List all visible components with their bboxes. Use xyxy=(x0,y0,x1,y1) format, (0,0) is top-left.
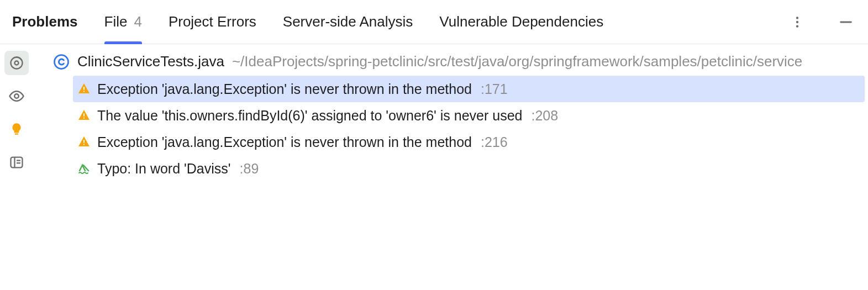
problem-row[interactable]: Exception 'java.lang.Exception' is never… xyxy=(73,76,865,102)
warning-icon xyxy=(77,82,91,96)
tab-server-side-label: Server-side Analysis xyxy=(283,13,413,30)
more-vert-icon xyxy=(790,15,804,29)
problems-sidebar xyxy=(0,44,33,290)
more-options-button[interactable] xyxy=(786,11,808,33)
tab-project-errors[interactable]: Project Errors xyxy=(169,0,256,44)
tab-file-label: File xyxy=(104,13,128,30)
tab-vulnerable-label: Vulnerable Dependencies xyxy=(439,13,603,30)
svg-point-6 xyxy=(14,94,19,98)
sidebar-details-button[interactable] xyxy=(4,150,29,175)
sidebar-preview-button[interactable] xyxy=(4,84,29,108)
problem-line: :89 xyxy=(240,161,259,177)
sidebar-target-button[interactable] xyxy=(4,51,29,75)
problem-message: Exception 'java.lang.Exception' is never… xyxy=(97,81,472,97)
tab-vulnerable-dependencies[interactable]: Vulnerable Dependencies xyxy=(439,0,603,44)
tab-problems-label: Problems xyxy=(12,13,78,30)
svg-rect-7 xyxy=(15,134,19,135)
tab-project-errors-label: Project Errors xyxy=(169,13,256,30)
problem-line: :216 xyxy=(481,134,508,150)
typo-icon xyxy=(77,162,91,175)
lightbulb-icon xyxy=(9,122,24,136)
problem-line: :171 xyxy=(481,81,508,97)
panel-icon xyxy=(9,155,24,170)
minimize-icon xyxy=(838,14,854,30)
svg-point-12 xyxy=(55,55,69,68)
problem-message: The value 'this.owners.findById(6)' assi… xyxy=(97,108,523,124)
problem-message: Exception 'java.lang.Exception' is never… xyxy=(97,134,472,150)
tab-file[interactable]: File 4 xyxy=(104,0,142,44)
file-path: ~/IdeaProjects/spring-petclinic/src/test… xyxy=(232,53,802,70)
sidebar-intentions-button[interactable] xyxy=(4,117,29,141)
svg-point-2 xyxy=(796,25,798,27)
problem-message: Typo: In word 'Daviss' xyxy=(97,161,231,177)
tab-problems[interactable]: Problems xyxy=(12,0,78,44)
target-icon xyxy=(9,55,24,71)
file-name: ClinicServiceTests.java xyxy=(77,53,224,70)
svg-point-0 xyxy=(796,17,798,19)
tab-bar: Problems File 4 Project Errors Server-si… xyxy=(0,0,868,44)
problem-row[interactable]: Typo: In word 'Daviss':89 xyxy=(73,155,865,182)
tab-file-count: 4 xyxy=(134,13,141,30)
problem-row[interactable]: The value 'this.owners.findById(6)' assi… xyxy=(73,102,865,129)
warning-icon xyxy=(77,135,91,149)
eye-icon xyxy=(8,88,25,104)
svg-point-1 xyxy=(796,20,798,23)
minimize-button[interactable] xyxy=(835,11,857,33)
problem-row[interactable]: Exception 'java.lang.Exception' is never… xyxy=(73,129,865,155)
svg-point-5 xyxy=(15,61,19,65)
warning-icon xyxy=(77,109,91,122)
problems-list: Exception 'java.lang.Exception' is never… xyxy=(33,72,865,182)
problem-line: :208 xyxy=(532,108,559,124)
file-header[interactable]: ClinicServiceTests.java ~/IdeaProjects/s… xyxy=(33,51,865,72)
problems-content: ClinicServiceTests.java ~/IdeaProjects/s… xyxy=(33,44,868,290)
java-class-icon xyxy=(53,54,70,70)
tab-server-side-analysis[interactable]: Server-side Analysis xyxy=(283,0,413,44)
